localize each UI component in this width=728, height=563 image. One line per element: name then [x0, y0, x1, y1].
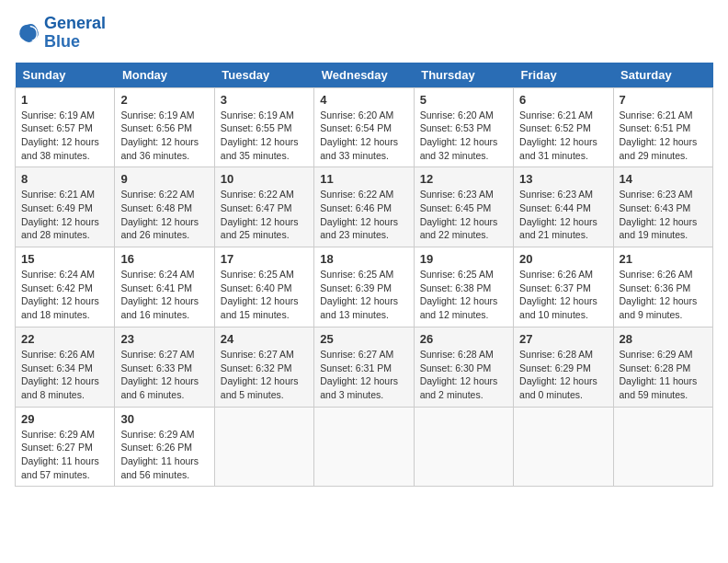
day-info: Sunrise: 6:27 AMSunset: 6:32 PMDaylight:…: [221, 349, 299, 400]
day-number: 25: [320, 332, 407, 346]
day-info: Sunrise: 6:29 AMSunset: 6:26 PMDaylight:…: [120, 429, 199, 480]
table-row: 22 Sunrise: 6:26 AMSunset: 6:34 PMDaylig…: [16, 327, 115, 407]
day-number: 21: [620, 252, 707, 266]
day-number: 16: [120, 252, 208, 266]
table-row: 20 Sunrise: 6:26 AMSunset: 6:37 PMDaylig…: [514, 247, 613, 327]
day-info: Sunrise: 6:22 AMSunset: 6:48 PMDaylight:…: [120, 189, 199, 240]
day-number: 9: [120, 172, 208, 186]
day-info: Sunrise: 6:22 AMSunset: 6:47 PMDaylight:…: [221, 189, 299, 240]
day-info: Sunrise: 6:20 AMSunset: 6:53 PMDaylight:…: [420, 109, 498, 161]
day-number: 30: [120, 412, 208, 426]
page-header: General Blue: [15, 15, 713, 52]
table-row: 17 Sunrise: 6:25 AMSunset: 6:40 PMDaylig…: [214, 247, 313, 327]
day-number: 24: [221, 332, 308, 346]
table-row: 1 Sunrise: 6:19 AMSunset: 6:57 PMDayligh…: [16, 87, 115, 167]
day-number: 2: [120, 93, 208, 107]
table-row: 28 Sunrise: 6:29 AMSunset: 6:28 PMDaylig…: [613, 327, 712, 407]
day-number: 3: [221, 93, 308, 107]
table-row: 24 Sunrise: 6:27 AMSunset: 6:32 PMDaylig…: [214, 327, 313, 407]
table-row: [314, 407, 414, 487]
day-info: Sunrise: 6:24 AMSunset: 6:41 PMDaylight:…: [120, 269, 199, 320]
table-row: 16 Sunrise: 6:24 AMSunset: 6:41 PMDaylig…: [115, 247, 214, 327]
day-info: Sunrise: 6:19 AMSunset: 6:55 PMDaylight:…: [221, 109, 299, 161]
day-number: 26: [420, 332, 507, 346]
table-row: 11 Sunrise: 6:22 AMSunset: 6:46 PMDaylig…: [314, 167, 414, 247]
day-number: 22: [21, 332, 108, 346]
table-row: 8 Sunrise: 6:21 AMSunset: 6:49 PMDayligh…: [16, 167, 115, 247]
table-row: 14 Sunrise: 6:23 AMSunset: 6:43 PMDaylig…: [613, 167, 712, 247]
calendar-week-row: 1 Sunrise: 6:19 AMSunset: 6:57 PMDayligh…: [16, 87, 713, 167]
column-header-friday: Friday: [514, 63, 613, 88]
day-number: 28: [620, 332, 707, 346]
day-info: Sunrise: 6:21 AMSunset: 6:51 PMDaylight:…: [620, 109, 698, 161]
table-row: 21 Sunrise: 6:26 AMSunset: 6:36 PMDaylig…: [613, 247, 712, 327]
table-row: 12 Sunrise: 6:23 AMSunset: 6:45 PMDaylig…: [414, 167, 513, 247]
column-header-sunday: Sunday: [16, 63, 115, 88]
table-row: [414, 407, 513, 487]
table-row: 30 Sunrise: 6:29 AMSunset: 6:26 PMDaylig…: [115, 407, 214, 487]
day-number: 4: [320, 93, 407, 107]
day-info: Sunrise: 6:23 AMSunset: 6:44 PMDaylight:…: [519, 189, 597, 240]
table-row: 25 Sunrise: 6:27 AMSunset: 6:31 PMDaylig…: [314, 327, 414, 407]
day-number: 5: [420, 93, 507, 107]
calendar-week-row: 29 Sunrise: 6:29 AMSunset: 6:27 PMDaylig…: [16, 407, 713, 487]
day-number: 14: [620, 172, 707, 186]
day-number: 12: [420, 172, 507, 186]
table-row: 7 Sunrise: 6:21 AMSunset: 6:51 PMDayligh…: [613, 87, 712, 167]
day-info: Sunrise: 6:21 AMSunset: 6:52 PMDaylight:…: [519, 109, 597, 161]
day-info: Sunrise: 6:19 AMSunset: 6:56 PMDaylight:…: [120, 109, 199, 161]
day-info: Sunrise: 6:25 AMSunset: 6:40 PMDaylight:…: [221, 269, 299, 320]
table-row: 4 Sunrise: 6:20 AMSunset: 6:54 PMDayligh…: [314, 87, 414, 167]
column-header-saturday: Saturday: [613, 63, 712, 88]
logo-icon: [15, 20, 40, 46]
table-row: 5 Sunrise: 6:20 AMSunset: 6:53 PMDayligh…: [414, 87, 513, 167]
logo: General Blue: [15, 15, 106, 52]
day-info: Sunrise: 6:26 AMSunset: 6:37 PMDaylight:…: [519, 269, 597, 320]
calendar-week-row: 15 Sunrise: 6:24 AMSunset: 6:42 PMDaylig…: [16, 247, 713, 327]
day-number: 13: [519, 172, 607, 186]
table-row: 23 Sunrise: 6:27 AMSunset: 6:33 PMDaylig…: [115, 327, 214, 407]
day-number: 27: [519, 332, 607, 346]
day-info: Sunrise: 6:29 AMSunset: 6:27 PMDaylight:…: [21, 429, 99, 480]
day-number: 18: [320, 252, 407, 266]
day-number: 17: [221, 252, 308, 266]
logo-general: General: [44, 14, 106, 32]
day-info: Sunrise: 6:27 AMSunset: 6:31 PMDaylight:…: [320, 349, 398, 400]
day-info: Sunrise: 6:23 AMSunset: 6:45 PMDaylight:…: [420, 189, 498, 240]
day-info: Sunrise: 6:27 AMSunset: 6:33 PMDaylight:…: [120, 349, 199, 400]
table-row: 26 Sunrise: 6:28 AMSunset: 6:30 PMDaylig…: [414, 327, 513, 407]
calendar-header-row: SundayMondayTuesdayWednesdayThursdayFrid…: [16, 63, 713, 88]
day-info: Sunrise: 6:26 AMSunset: 6:34 PMDaylight:…: [21, 349, 99, 400]
column-header-monday: Monday: [115, 63, 214, 88]
table-row: [214, 407, 313, 487]
logo-blue: Blue: [44, 32, 80, 51]
calendar-week-row: 8 Sunrise: 6:21 AMSunset: 6:49 PMDayligh…: [16, 167, 713, 247]
day-number: 1: [21, 93, 108, 107]
table-row: 3 Sunrise: 6:19 AMSunset: 6:55 PMDayligh…: [214, 87, 313, 167]
day-info: Sunrise: 6:19 AMSunset: 6:57 PMDaylight:…: [21, 109, 99, 161]
table-row: 27 Sunrise: 6:28 AMSunset: 6:29 PMDaylig…: [514, 327, 613, 407]
day-info: Sunrise: 6:22 AMSunset: 6:46 PMDaylight:…: [320, 189, 398, 240]
day-number: 6: [519, 93, 607, 107]
table-row: 15 Sunrise: 6:24 AMSunset: 6:42 PMDaylig…: [16, 247, 115, 327]
day-number: 19: [420, 252, 507, 266]
day-info: Sunrise: 6:28 AMSunset: 6:30 PMDaylight:…: [420, 349, 498, 400]
day-number: 23: [120, 332, 208, 346]
day-info: Sunrise: 6:24 AMSunset: 6:42 PMDaylight:…: [21, 269, 99, 320]
table-row: [613, 407, 712, 487]
column-header-wednesday: Wednesday: [314, 63, 414, 88]
calendar-table: SundayMondayTuesdayWednesdayThursdayFrid…: [15, 63, 713, 488]
day-number: 15: [21, 252, 108, 266]
table-row: 6 Sunrise: 6:21 AMSunset: 6:52 PMDayligh…: [514, 87, 613, 167]
calendar-week-row: 22 Sunrise: 6:26 AMSunset: 6:34 PMDaylig…: [16, 327, 713, 407]
day-info: Sunrise: 6:25 AMSunset: 6:39 PMDaylight:…: [320, 269, 398, 320]
day-number: 20: [519, 252, 607, 266]
table-row: 2 Sunrise: 6:19 AMSunset: 6:56 PMDayligh…: [115, 87, 214, 167]
day-info: Sunrise: 6:23 AMSunset: 6:43 PMDaylight:…: [620, 189, 698, 240]
table-row: 13 Sunrise: 6:23 AMSunset: 6:44 PMDaylig…: [514, 167, 613, 247]
day-number: 11: [320, 172, 407, 186]
day-number: 29: [21, 412, 108, 426]
day-info: Sunrise: 6:28 AMSunset: 6:29 PMDaylight:…: [519, 349, 597, 400]
table-row: 10 Sunrise: 6:22 AMSunset: 6:47 PMDaylig…: [214, 167, 313, 247]
day-info: Sunrise: 6:21 AMSunset: 6:49 PMDaylight:…: [21, 189, 99, 240]
